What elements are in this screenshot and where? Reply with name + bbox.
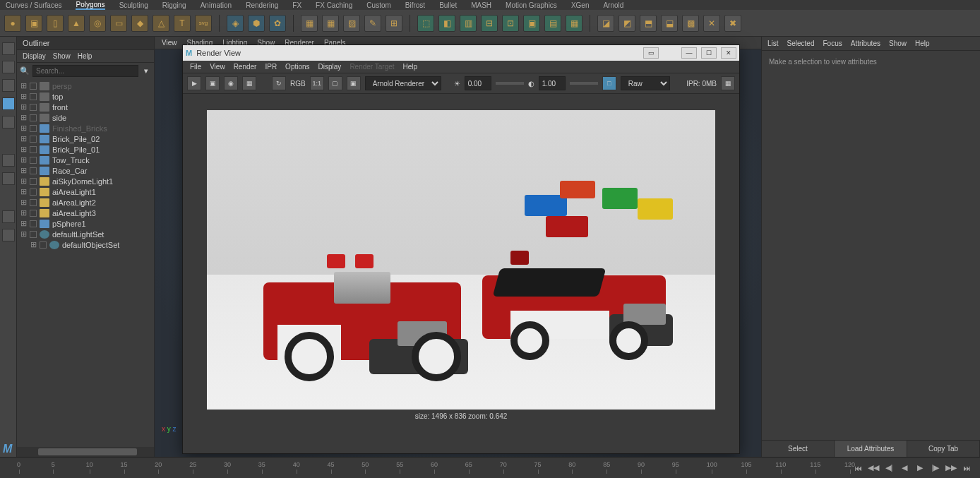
shelf-tab[interactable]: XGen — [571, 1, 590, 9]
shelf-tab[interactable]: Rendering — [246, 1, 278, 9]
refresh-button[interactable]: ↻ — [272, 76, 286, 90]
outliner-item[interactable]: ⊞aiAreaLight1 — [20, 186, 151, 197]
shelf-tab[interactable]: Curves / Surfaces — [6, 1, 61, 9]
shelf-icon-grid1[interactable]: ▦ — [301, 15, 318, 32]
scale-tool[interactable] — [2, 116, 15, 129]
outliner-item[interactable]: ⊞Race_Car — [20, 165, 151, 176]
shelf-icon-merge[interactable]: ▣ — [523, 15, 540, 32]
outliner-item[interactable]: ⊞Tow_Truck — [20, 155, 151, 165]
shelf-tab[interactable]: FX — [292, 1, 301, 9]
attr-menu-item[interactable]: Attributes — [851, 40, 880, 47]
ratio-button[interactable]: 1:1 — [310, 76, 324, 90]
shelf-tab[interactable]: Bifrost — [405, 1, 425, 9]
shelf-tab[interactable]: Custom — [366, 1, 390, 9]
outliner-item[interactable]: ⊞Finished_Bricks — [20, 123, 151, 133]
shelf-icon-cube[interactable]: ▣ — [25, 15, 42, 32]
shelf-icon-bool3[interactable]: ⬒ — [640, 15, 657, 32]
shelf-icon-combine[interactable]: ⊟ — [481, 15, 498, 32]
outliner-menu-item[interactable]: Help — [78, 52, 92, 60]
shelf-icon-bool4[interactable]: ⬓ — [661, 15, 678, 32]
gamma-slider[interactable] — [570, 82, 598, 85]
shelf-tab[interactable]: Polygons — [76, 1, 104, 10]
attr-menu-item[interactable]: Focus — [823, 40, 842, 47]
shelf-icon-sphere[interactable]: ● — [4, 15, 21, 32]
render-menu-item[interactable]: Render — [234, 63, 257, 71]
attr-menu-item[interactable]: Help — [915, 40, 930, 47]
outliner-menu-item[interactable]: Show — [53, 52, 71, 60]
shelf-icon-grid2[interactable]: ▦ — [322, 15, 339, 32]
attr-tab[interactable]: Copy Tab — [907, 441, 980, 457]
outliner-item[interactable]: ⊞Brick_Pile_01 — [20, 144, 151, 155]
outliner-item[interactable]: ⊞side — [20, 112, 151, 123]
lasso-tool[interactable] — [2, 61, 15, 73]
dropdown-icon[interactable]: ▾ — [141, 65, 152, 76]
shelf-icon-smooth[interactable]: ▦ — [566, 15, 582, 32]
go-end-button[interactable]: ⏭ — [960, 462, 973, 474]
render-menu-item[interactable]: File — [190, 63, 201, 71]
render-region-button[interactable]: ▣ — [205, 76, 220, 90]
shelf-icon-connect[interactable]: ⊞ — [386, 15, 402, 32]
attr-tab[interactable]: Load Attributes — [835, 441, 907, 457]
shelf-icon-grid3[interactable]: ▨ — [343, 15, 360, 32]
colorspace-select[interactable]: Raw — [621, 76, 670, 90]
shelf-tab[interactable]: MASH — [471, 1, 491, 9]
exposure-input[interactable] — [465, 76, 491, 90]
shelf-icon-platonic[interactable]: ◈ — [227, 15, 244, 32]
shelf-icon-extrude[interactable]: ⬚ — [417, 15, 434, 32]
attr-menu-item[interactable]: List — [767, 40, 779, 47]
shelf-tab[interactable]: Animation — [201, 1, 232, 9]
attr-tab[interactable]: Select — [762, 441, 835, 457]
shelf-icon-cylinder[interactable]: ▯ — [47, 15, 64, 32]
gamma-input[interactable] — [539, 76, 566, 90]
exposure-slider[interactable] — [496, 82, 524, 85]
outliner-item[interactable]: ⊞aiSkyDomeLight1 — [20, 176, 151, 186]
layout-four[interactable] — [2, 229, 15, 241]
shelf-icon-bool5[interactable]: ▩ — [682, 15, 699, 32]
tool-b[interactable] — [2, 172, 15, 185]
shelf-icon-bool1[interactable]: ◪ — [597, 15, 614, 32]
play-fwd-button[interactable]: ▶ — [914, 462, 926, 474]
shelf-icon-svg[interactable]: svg — [195, 15, 212, 32]
outliner-search-input[interactable] — [32, 65, 138, 77]
shelf-icon-mirror[interactable]: ▤ — [544, 15, 561, 32]
shelf-icon-knife[interactable]: ✎ — [364, 15, 381, 32]
outliner-item[interactable]: ⊞defaultObjectSet — [20, 239, 151, 250]
render-view-titlebar[interactable]: M Render View ▭ — ☐ ✕ — [183, 45, 739, 61]
dock-button[interactable]: ▭ — [643, 47, 659, 59]
shelf-icon-gear[interactable]: ✿ — [269, 15, 286, 32]
shelf-tab[interactable]: Motion Graphics — [506, 1, 557, 9]
shelf-tab[interactable]: FX Caching — [316, 1, 352, 9]
render-menu-item[interactable]: Display — [318, 63, 342, 71]
ipr-stop-button[interactable]: ▦ — [721, 76, 735, 90]
prev-key-button[interactable]: ◀| — [883, 462, 895, 474]
outliner-item[interactable]: ⊞persp — [20, 80, 151, 91]
shelf-icon-pyramid[interactable]: △ — [153, 15, 169, 32]
viewport-menu-item[interactable]: View — [162, 39, 177, 47]
color-mgmt-button[interactable]: □ — [602, 76, 616, 90]
shelf-icon-type[interactable]: T — [174, 15, 191, 32]
snapshot-button[interactable]: ◉ — [224, 76, 238, 90]
shelf-tab[interactable]: Rigging — [162, 1, 186, 9]
render-canvas[interactable]: size: 1496 x 836 zoom: 0.642 — [183, 94, 739, 453]
shelf-tab[interactable]: Arnold — [603, 1, 623, 9]
render-menu-item[interactable]: Help — [403, 63, 418, 71]
render-menu-item[interactable]: IPR — [265, 63, 277, 71]
shelf-icon-bool2[interactable]: ◩ — [619, 15, 635, 32]
next-key-button[interactable]: |▶ — [929, 462, 942, 474]
layout-single[interactable] — [2, 210, 15, 223]
minimize-button[interactable]: — — [681, 47, 697, 59]
keep-image-button[interactable]: ▢ — [328, 76, 342, 90]
maximize-button[interactable]: ☐ — [701, 47, 717, 59]
shelf-icon-bridge[interactable]: ▥ — [460, 15, 477, 32]
shelf-icon-sculpt1[interactable]: ✕ — [703, 15, 720, 32]
shelf-tab[interactable]: Bullet — [439, 1, 457, 9]
outliner-menu-item[interactable]: Display — [23, 52, 46, 60]
render-menu-item[interactable]: Render Target — [349, 63, 394, 71]
outliner-hscroll[interactable] — [17, 447, 154, 457]
render-button[interactable]: ▶ — [187, 76, 201, 90]
attr-menu-item[interactable]: Show — [889, 40, 907, 47]
shelf-icon-torus[interactable]: ◎ — [89, 15, 106, 32]
shelf-icon-disc[interactable]: ◆ — [131, 15, 148, 32]
close-button[interactable]: ✕ — [721, 47, 736, 59]
play-back-button[interactable]: ◀ — [898, 462, 911, 474]
